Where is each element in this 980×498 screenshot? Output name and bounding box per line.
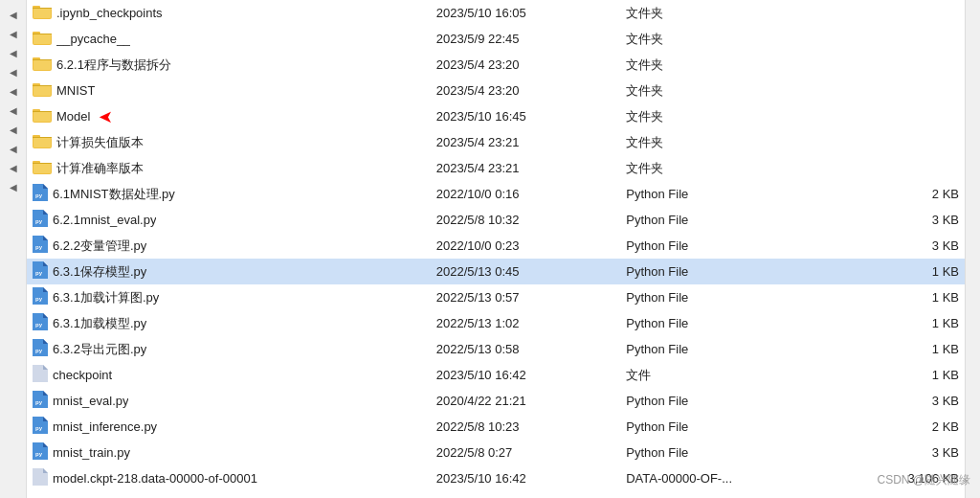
file-name: 6.3.1加载计算图.py [53, 289, 159, 306]
file-size: 3 KB [858, 207, 965, 233]
file-name: 6.3.2导出元图.py [53, 341, 146, 358]
svg-marker-55 [43, 417, 48, 421]
nav-arrow-3[interactable]: ◀ [7, 46, 20, 59]
file-name: mnist_eval.py [53, 394, 128, 408]
table-row[interactable]: 计算损失值版本2023/5/4 23:21文件夹 [27, 129, 965, 155]
file-name: mnist_inference.py [53, 419, 157, 434]
svg-text:py: py [35, 399, 43, 405]
svg-rect-15 [33, 85, 52, 86]
folder-icon [33, 81, 52, 100]
file-type: 文件夹 [620, 78, 858, 103]
table-row[interactable]: checkpoint2023/5/10 16:42文件1 KB [27, 362, 965, 388]
python-file-icon: py [33, 339, 48, 359]
nav-arrow-9[interactable]: ◀ [7, 161, 20, 174]
file-date: 2022/5/13 0:58 [431, 336, 620, 362]
python-file-icon: py [33, 391, 48, 411]
python-file-icon: py [33, 417, 48, 437]
nav-arrow-8[interactable]: ◀ [7, 142, 20, 155]
file-type: Python File [620, 336, 858, 362]
svg-marker-29 [43, 184, 48, 189]
file-type: Python File [620, 388, 858, 414]
table-row[interactable]: __pycache__2023/5/9 22:45文件夹 [27, 26, 965, 52]
table-row[interactable]: py 6.3.1加载模型.py2022/5/13 1:02Python File… [27, 310, 965, 336]
nav-arrow-6[interactable]: ◀ [7, 103, 20, 117]
svg-text:py: py [35, 348, 43, 353]
file-date: 2022/10/0 0:23 [431, 233, 620, 259]
file-date: 2023/5/10 16:42 [431, 465, 620, 491]
svg-marker-44 [43, 313, 48, 318]
file-name: 6.2.1mnist_eval.py [53, 213, 156, 227]
file-type: DATA-00000-OF-... [620, 465, 858, 491]
svg-marker-50 [43, 365, 48, 370]
svg-marker-52 [43, 391, 48, 396]
table-row[interactable]: model.ckpt-218.data-00000-of-000012023/5… [27, 465, 965, 491]
nav-arrow-5[interactable]: ◀ [7, 84, 20, 98]
table-row[interactable]: .ipynb_checkpoints2023/5/10 16:05文件夹 [27, 0, 965, 26]
file-type: 文件夹 [620, 52, 858, 78]
file-name: .ipynb_checkpoints [56, 6, 163, 20]
file-type: 文件夹 [620, 26, 858, 52]
nav-arrow-4[interactable]: ◀ [7, 65, 20, 79]
file-name: mnist_train.py [53, 445, 130, 460]
file-date: 2023/5/4 23:20 [431, 52, 620, 78]
folder-icon [33, 4, 52, 22]
file-date: 2022/5/8 10:32 [431, 207, 620, 233]
file-size [858, 26, 965, 52]
file-date: 2023/5/9 22:45 [431, 26, 620, 52]
svg-rect-6 [33, 34, 51, 44]
table-row[interactable]: py 6.1MNIST数据处理.py2022/10/0 0:16Python F… [27, 181, 965, 207]
table-row[interactable]: py 6.3.1保存模型.py2022/5/13 0:45Python File… [27, 259, 965, 284]
svg-text:py: py [35, 270, 43, 276]
file-size: 2 KB [858, 414, 965, 440]
file-name: 计算准确率版本 [56, 160, 144, 177]
table-row[interactable]: Model➤2023/5/10 16:45文件夹 [27, 103, 965, 129]
table-row[interactable]: py 6.3.1加载计算图.py2022/5/13 0:57Python Fil… [27, 284, 965, 310]
file-name: model.ckpt-218.data-00000-of-00001 [53, 471, 257, 486]
file-size: 1 KB [858, 259, 965, 284]
file-date: 2022/5/8 0:27 [431, 440, 620, 465]
file-name: 6.1MNIST数据处理.py [53, 186, 175, 203]
file-type: 文件 [620, 362, 858, 388]
file-size [858, 155, 965, 181]
file-size [858, 78, 965, 103]
file-size: 1 KB [858, 284, 965, 310]
file-date: 2023/5/10 16:05 [431, 0, 620, 26]
nav-arrow-7[interactable]: ◀ [7, 123, 20, 136]
file-date: 2022/5/8 10:23 [431, 414, 620, 440]
table-row[interactable]: 计算准确率版本2023/5/4 23:21文件夹 [27, 155, 965, 181]
nav-arrow-2[interactable]: ◀ [7, 27, 20, 40]
nav-arrow-10[interactable]: ◀ [7, 180, 20, 193]
file-table-container: .ipynb_checkpoints2023/5/10 16:05文件夹 __p… [27, 0, 965, 498]
svg-rect-7 [33, 34, 52, 34]
file-icon [33, 468, 48, 488]
watermark: CSDN @随兴随缘 [877, 472, 970, 488]
table-row[interactable]: py mnist_inference.py2022/5/8 10:23Pytho… [27, 414, 965, 440]
svg-text:py: py [35, 192, 43, 198]
nav-arrow-1[interactable]: ◀ [7, 8, 20, 21]
file-name: MNIST [56, 83, 95, 98]
file-date: 2023/5/10 16:45 [431, 103, 620, 129]
file-date: 2023/5/4 23:21 [431, 155, 620, 181]
table-row[interactable]: MNIST2023/5/4 23:20文件夹 [27, 78, 965, 103]
folder-icon [33, 159, 52, 177]
file-size: 1 KB [858, 362, 965, 388]
table-row[interactable]: py 6.3.2导出元图.py2022/5/13 0:58Python File… [27, 336, 965, 362]
svg-marker-41 [43, 287, 48, 292]
scrollbar[interactable] [965, 0, 980, 498]
file-name: 6.2.2变量管理.py [53, 238, 146, 255]
file-size: 2 KB [858, 181, 965, 207]
svg-rect-11 [33, 59, 52, 60]
python-file-icon: py [33, 287, 48, 307]
table-row[interactable]: py 6.2.1mnist_eval.py2022/5/8 10:32Pytho… [27, 207, 965, 233]
table-row[interactable]: py 6.2.2变量管理.py2022/10/0 0:23Python File… [27, 233, 965, 259]
file-name: 6.2.1程序与数据拆分 [56, 57, 171, 74]
svg-rect-22 [33, 138, 51, 147]
file-name: 6.3.1加载模型.py [53, 315, 146, 332]
table-row[interactable]: 6.2.1程序与数据拆分2023/5/4 23:20文件夹 [27, 52, 965, 78]
table-row[interactable]: py mnist_train.py2022/5/8 0:27Python Fil… [27, 440, 965, 465]
svg-marker-35 [43, 236, 48, 240]
table-row[interactable]: py mnist_eval.py2020/4/22 21:21Python Fi… [27, 388, 965, 414]
file-type: Python File [620, 259, 858, 284]
svg-rect-18 [33, 112, 51, 122]
file-date: 2022/5/13 1:02 [431, 310, 620, 336]
